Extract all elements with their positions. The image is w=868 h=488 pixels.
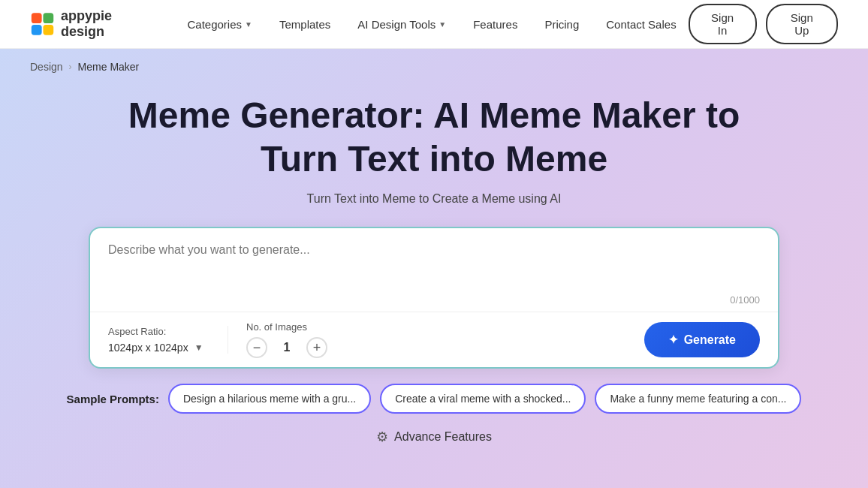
nav-contact-sales[interactable]: Contact Sales	[594, 12, 688, 37]
chevron-down-icon: ▼	[439, 20, 446, 29]
textarea-wrapper	[90, 228, 778, 291]
nav-links: Categories ▼ Templates AI Design Tools ▼…	[176, 12, 689, 37]
increment-button[interactable]: +	[306, 337, 327, 358]
generator-card: 0/1000 Aspect Ratio: 1024px x 1024px ▼ N…	[89, 227, 779, 369]
svg-rect-3	[43, 25, 53, 35]
chevron-down-icon: ▼	[245, 20, 252, 29]
svg-rect-1	[43, 13, 53, 23]
aspect-ratio-section: Aspect Ratio: 1024px x 1024px ▼	[108, 326, 228, 354]
nav-pricing[interactable]: Pricing	[532, 12, 591, 37]
signup-button[interactable]: Sign Up	[766, 4, 838, 44]
sample-prompts: Sample Prompts: Design a hilarious meme …	[67, 384, 802, 414]
sample-prompt-1[interactable]: Design a hilarious meme with a gru...	[168, 384, 371, 414]
stepper-value: 1	[279, 341, 294, 354]
gear-icon: ⚙	[376, 429, 388, 445]
navbar: appypie design Categories ▼ Templates AI…	[0, 0, 868, 49]
main-content: Meme Generator: AI Meme Maker to Turn Te…	[0, 79, 868, 445]
images-section: No. of Images − 1 +	[246, 321, 327, 358]
svg-rect-2	[32, 25, 42, 35]
nav-templates[interactable]: Templates	[267, 12, 342, 37]
aspect-ratio-value: 1024px x 1024px	[108, 342, 188, 354]
card-bottom: Aspect Ratio: 1024px x 1024px ▼ No. of I…	[90, 312, 778, 367]
star-icon: ✦	[668, 333, 678, 347]
nav-categories[interactable]: Categories ▼	[176, 12, 264, 37]
aspect-ratio-dropdown[interactable]: 1024px x 1024px ▼	[108, 342, 209, 354]
logo-text: appypie design	[61, 8, 151, 40]
signin-button[interactable]: Sign In	[689, 4, 757, 44]
nav-ai-design-tools[interactable]: AI Design Tools ▼	[345, 12, 458, 37]
generate-button[interactable]: ✦ Generate	[644, 322, 760, 357]
images-label: No. of Images	[246, 321, 327, 333]
nav-actions: Sign In Sign Up	[689, 4, 838, 44]
prompt-input[interactable]	[108, 243, 760, 288]
images-stepper: − 1 +	[246, 337, 327, 358]
page-subtitle: Turn Text into Meme to Create a Meme usi…	[307, 192, 562, 206]
decrement-button[interactable]: −	[246, 337, 267, 358]
advance-features[interactable]: ⚙ Advance Features	[376, 429, 492, 445]
breadcrumb-separator: ›	[69, 62, 72, 72]
sample-prompts-label: Sample Prompts:	[67, 393, 159, 405]
breadcrumb: Design › Meme Maker	[0, 49, 868, 79]
page-title: Meme Generator: AI Meme Maker to Turn Te…	[96, 94, 772, 180]
aspect-ratio-label: Aspect Ratio:	[108, 326, 209, 337]
sample-prompt-2[interactable]: Create a viral meme with a shocked...	[380, 384, 586, 414]
nav-features[interactable]: Features	[461, 12, 529, 37]
char-count: 0/1000	[90, 291, 778, 312]
generate-label: Generate	[684, 333, 736, 347]
breadcrumb-design[interactable]: Design	[30, 61, 63, 73]
chevron-down-icon: ▼	[194, 342, 203, 353]
svg-rect-0	[32, 13, 42, 23]
breadcrumb-current: Meme Maker	[78, 61, 140, 73]
logo[interactable]: appypie design	[30, 8, 152, 40]
sample-prompt-3[interactable]: Make a funny meme featuring a con...	[595, 384, 801, 414]
advance-features-label: Advance Features	[394, 430, 492, 444]
